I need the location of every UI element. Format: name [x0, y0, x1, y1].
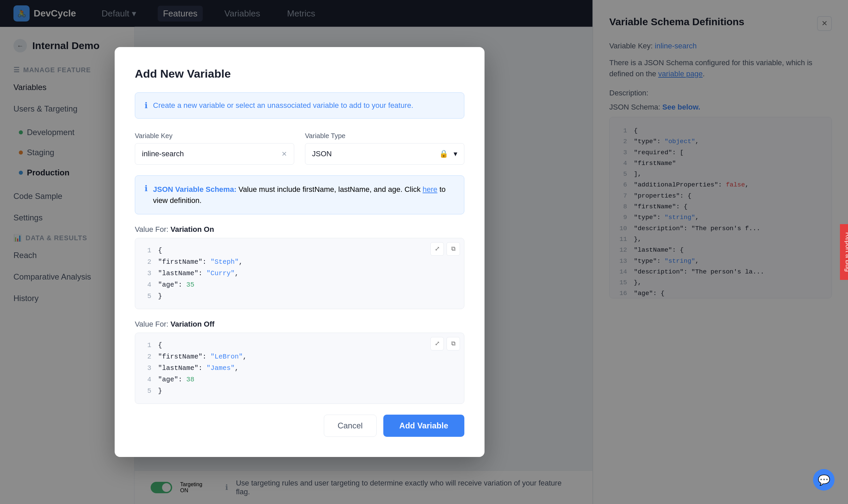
variable-key-group: Variable Key inline-search ✕ [135, 132, 294, 165]
add-variable-modal: Add New Variable ℹ Create a new variable… [115, 47, 485, 457]
code-line: 2 "firstName": "Steph", [142, 256, 457, 268]
code-line: 3 "lastName": "Curry", [142, 268, 457, 279]
clear-icon[interactable]: ✕ [281, 150, 287, 158]
variation-off-label: Value For: Variation Off [135, 320, 464, 329]
info-icon: ℹ [144, 101, 148, 110]
variation-on-editor[interactable]: 1{2 "firstName": "Steph",3 "lastName": "… [135, 238, 464, 309]
report-bug-button[interactable]: Report a Bug [840, 224, 848, 280]
expand-icon[interactable]: ⤢ [430, 242, 444, 256]
editor-toolbar-on: ⤢ ⧉ [430, 242, 460, 256]
schema-info-icon: ℹ [144, 184, 148, 193]
variation-on-label: Value For: Variation On [135, 225, 464, 234]
code-line: 4 "age": 38 [142, 374, 457, 385]
schema-title: JSON Variable Schema: [153, 185, 236, 194]
schema-banner: ℹ JSON Variable Schema: Value must inclu… [135, 175, 464, 214]
cancel-button[interactable]: Cancel [324, 415, 377, 437]
copy-icon[interactable]: ⧉ [447, 242, 460, 256]
modal-footer: Cancel Add Variable [135, 415, 464, 437]
copy-icon-off[interactable]: ⧉ [447, 337, 460, 350]
code-line: 1{ [142, 340, 457, 351]
variable-type-value: JSON [312, 149, 332, 158]
code-line: 5} [142, 291, 457, 302]
variable-key-value: inline-search [142, 149, 184, 158]
info-banner-text: Create a new variable or select an unass… [153, 101, 413, 110]
variable-type-group: Variable Type JSON 🔒 ▾ [305, 132, 464, 165]
code-line: 5} [142, 385, 457, 397]
chat-button[interactable]: 💬 [813, 469, 834, 490]
expand-icon-off[interactable]: ⤢ [430, 337, 444, 350]
code-line: 1{ [142, 245, 457, 256]
schema-text: JSON Variable Schema: Value must include… [153, 184, 455, 206]
variable-key-label: Variable Key [135, 132, 294, 140]
variable-key-input[interactable]: inline-search ✕ [135, 143, 294, 165]
add-variable-button[interactable]: Add Variable [383, 415, 464, 437]
schema-link[interactable]: here [423, 185, 437, 194]
variable-type-select[interactable]: JSON 🔒 ▾ [305, 143, 464, 165]
chevron-down-icon: ▾ [454, 149, 457, 158]
lock-icon: 🔒 [439, 149, 448, 158]
editor-toolbar-off: ⤢ ⧉ [430, 337, 460, 350]
variable-type-label: Variable Type [305, 132, 464, 140]
modal-title: Add New Variable [135, 67, 464, 80]
form-row: Variable Key inline-search ✕ Variable Ty… [135, 132, 464, 165]
code-line: 2 "firstName": "LeBron", [142, 351, 457, 362]
info-banner: ℹ Create a new variable or select an una… [135, 92, 464, 119]
variation-off-editor[interactable]: 1{2 "firstName": "LeBron",3 "lastName": … [135, 332, 464, 404]
code-line: 4 "age": 35 [142, 279, 457, 291]
code-line: 3 "lastName": "James", [142, 362, 457, 374]
